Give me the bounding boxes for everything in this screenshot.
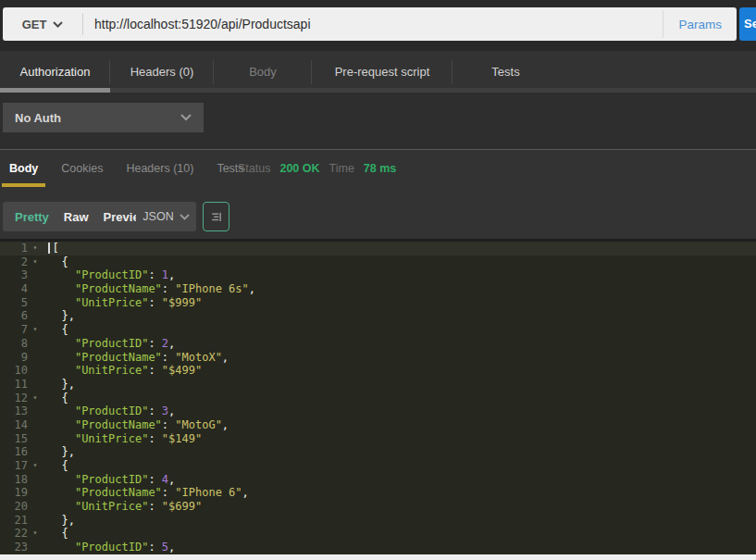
code-text: },	[48, 309, 75, 323]
code-line[interactable]: 8 "ProductID": 2,	[0, 337, 756, 351]
code-line[interactable]: 22▾ {	[0, 527, 756, 541]
line-number: 13	[0, 404, 28, 418]
format-dropdown[interactable]: JSON	[136, 202, 196, 231]
response-body-editor[interactable]: 1▾[2▾ {3 "ProductID": 1,4 "ProductName":…	[0, 239, 756, 554]
url-bar: GET Params	[3, 7, 737, 41]
line-gutter: 16	[0, 445, 44, 459]
line-gutter: 10	[0, 364, 44, 378]
code-line[interactable]: 13 "ProductID": 3,	[0, 404, 756, 418]
fold-spacer	[28, 296, 43, 310]
code-text: "ProductID": 5,	[48, 541, 175, 554]
fold-toggle-icon[interactable]: ▾	[28, 323, 43, 337]
send-button[interactable]: Send	[739, 7, 756, 41]
response-tab-headers[interactable]: Headers (10)	[118, 150, 201, 187]
url-input[interactable]	[83, 17, 663, 31]
code-line[interactable]: 15 "UnitPrice": "$149"	[0, 432, 756, 446]
code-line[interactable]: 3 "ProductID": 1,	[0, 268, 756, 282]
rest-client-window: GET Params Send Authorization Headers (0…	[0, 0, 756, 560]
fold-spacer	[28, 364, 43, 378]
code-text: "UnitPrice": "$999"	[48, 296, 202, 310]
tab-authorization[interactable]: Authorization	[0, 51, 110, 93]
fold-toggle-icon[interactable]: ▾	[28, 459, 43, 473]
code-text: },	[48, 445, 75, 459]
line-number: 23	[0, 541, 28, 554]
code-line[interactable]: 6 },	[0, 309, 756, 323]
auth-type-dropdown[interactable]: No Auth	[3, 103, 204, 132]
fold-spacer	[28, 445, 43, 459]
line-gutter: 3	[0, 268, 44, 282]
code-line[interactable]: 18 "ProductID": 4,	[0, 473, 756, 487]
response-tab-body[interactable]: Body	[2, 150, 45, 187]
code-line[interactable]: 11 },	[0, 378, 756, 392]
fold-spacer	[28, 500, 43, 514]
wrap-text-button[interactable]	[203, 202, 229, 231]
code-line[interactable]: 23 "ProductID": 5,	[0, 541, 756, 554]
line-gutter: 22▾	[0, 527, 44, 541]
line-number: 4	[0, 282, 28, 296]
line-number: 5	[0, 296, 28, 310]
method-dropdown[interactable]: GET	[3, 7, 82, 41]
fold-spacer	[28, 378, 43, 392]
code-line[interactable]: 21 },	[0, 514, 756, 528]
code-text: "ProductName": "IPhone 6",	[48, 486, 249, 500]
fold-toggle-icon[interactable]: ▾	[28, 242, 43, 255]
chevron-down-icon	[53, 21, 63, 28]
tab-tests[interactable]: Tests	[452, 51, 559, 93]
line-number: 14	[0, 418, 28, 432]
horizontal-scrollbar[interactable]	[0, 554, 756, 560]
line-gutter: 11	[0, 378, 44, 392]
fold-toggle-icon[interactable]: ▾	[28, 255, 43, 269]
code-text: "ProductID": 3,	[48, 404, 175, 418]
time-value: 78 ms	[364, 162, 396, 175]
line-number: 7	[0, 323, 28, 337]
request-url-row: GET Params Send	[0, 0, 756, 51]
tab-pre-request-script[interactable]: Pre-request script	[312, 51, 452, 93]
code-line[interactable]: 2▾ {	[0, 255, 756, 269]
code-text: "UnitPrice": "$699"	[48, 500, 202, 514]
fold-spacer	[28, 351, 43, 365]
line-number: 2	[0, 255, 28, 269]
code-line[interactable]: 1▾[	[0, 242, 756, 255]
params-button[interactable]: Params	[663, 7, 737, 41]
code-line[interactable]: 19 "ProductName": "IPhone 6",	[0, 486, 756, 500]
code-line[interactable]: 10 "UnitPrice": "$499"	[0, 364, 756, 378]
code-line[interactable]: 4 "ProductName": "IPhone 6s",	[0, 282, 756, 296]
fold-spacer	[28, 514, 43, 528]
code-text: "UnitPrice": "$149"	[48, 432, 202, 446]
code-line[interactable]: 12▾ {	[0, 392, 756, 405]
line-gutter: 19	[0, 486, 44, 500]
code-text: {	[48, 392, 68, 405]
code-line[interactable]: 14 "ProductName": "MotoG",	[0, 418, 756, 432]
code-text: "UnitPrice": "$499"	[48, 364, 202, 378]
response-tab-cookies[interactable]: Cookies	[54, 150, 110, 187]
fold-toggle-icon[interactable]: ▾	[28, 527, 43, 541]
line-gutter: 5	[0, 296, 44, 310]
code-line[interactable]: 16 },	[0, 445, 756, 459]
view-mode-raw[interactable]: Raw	[64, 210, 89, 224]
line-gutter: 18	[0, 473, 44, 487]
code-text: "ProductName": "IPhone 6s",	[48, 282, 255, 296]
code-line[interactable]: 5 "UnitPrice": "$999"	[0, 296, 756, 310]
tab-body[interactable]: Body	[214, 51, 312, 93]
status-label: Status	[238, 162, 270, 175]
code-line[interactable]: 17▾ {	[0, 459, 756, 473]
code-line[interactable]: 20 "UnitPrice": "$699"	[0, 500, 756, 514]
tab-headers[interactable]: Headers (0)	[110, 51, 214, 93]
fold-spacer	[28, 541, 43, 554]
fold-spacer	[28, 337, 43, 351]
line-gutter: 6	[0, 309, 44, 323]
fold-spacer	[28, 418, 43, 432]
line-number: 22	[0, 527, 28, 541]
line-gutter: 13	[0, 404, 44, 418]
code-line[interactable]: 9 "ProductName": "MotoX",	[0, 351, 756, 365]
fold-toggle-icon[interactable]: ▾	[28, 392, 43, 405]
view-mode-pretty[interactable]: Pretty	[15, 210, 49, 224]
code-text: "ProductName": "MotoG",	[48, 418, 229, 432]
line-number: 16	[0, 445, 28, 459]
text-cursor	[48, 243, 50, 254]
code-line[interactable]: 7▾ {	[0, 323, 756, 337]
fold-spacer	[28, 404, 43, 418]
request-tabs: Authorization Headers (0) Body Pre-reque…	[0, 51, 756, 93]
method-label: GET	[22, 18, 47, 31]
line-gutter: 15	[0, 432, 44, 446]
